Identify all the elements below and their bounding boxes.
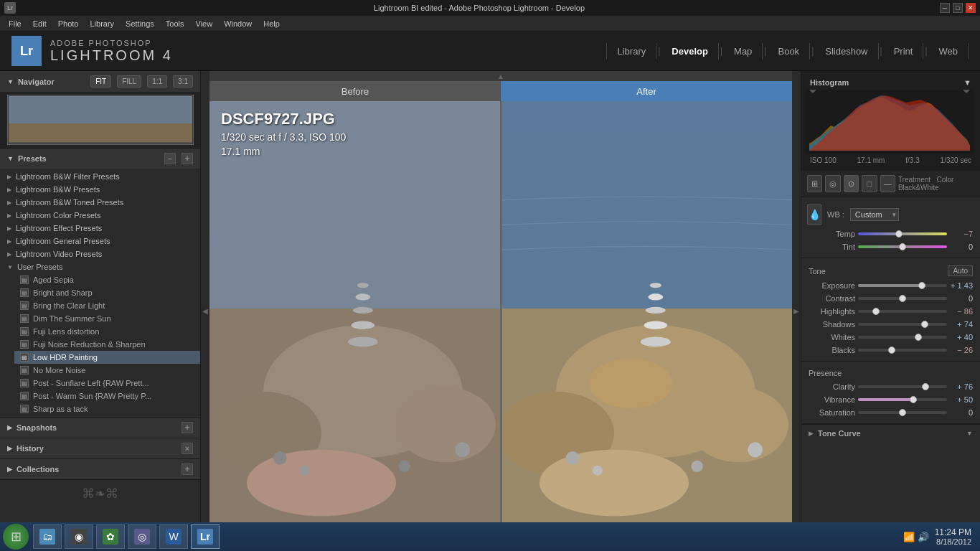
- taskbar-explorer[interactable]: 🗂: [33, 524, 62, 549]
- saturation-label: Saturation: [809, 408, 855, 417]
- tool-redeye[interactable]: ⊙: [844, 175, 859, 192]
- preset-group-user-header[interactable]: ▼ User Presets: [0, 260, 200, 273]
- tool-crop[interactable]: ⊞: [807, 175, 822, 192]
- presets-header[interactable]: ▼ Presets − +: [0, 149, 200, 169]
- tint-value: 0: [950, 242, 973, 251]
- exposure-fill: [858, 284, 922, 287]
- nav-print[interactable]: Print: [884, 43, 924, 60]
- left-collapse-arrow[interactable]: ◀: [201, 71, 209, 551]
- nav-library[interactable]: Library: [606, 43, 656, 60]
- tint-slider[interactable]: [858, 245, 947, 248]
- svg-point-37: [748, 442, 763, 457]
- whites-slider[interactable]: [858, 336, 947, 339]
- menu-photo[interactable]: Photo: [52, 18, 85, 29]
- presence-section: Presence Clarity + 76 Vibrance: [801, 362, 980, 424]
- eyedropper-tool[interactable]: 💧: [807, 204, 821, 225]
- preset-low-hdr[interactable]: ▤ Low HDR Painting: [14, 351, 200, 364]
- menu-window[interactable]: Window: [218, 18, 258, 29]
- contrast-slider[interactable]: [858, 297, 947, 300]
- wb-select[interactable]: Custom Auto Daylight Cloudy: [850, 208, 899, 221]
- blacks-slider[interactable]: [858, 349, 947, 352]
- history-header[interactable]: ▶ History ×: [0, 438, 200, 458]
- tone-auto-btn[interactable]: Auto: [948, 265, 973, 276]
- preset-group-effect-label: Lightroom Effect Presets: [16, 224, 102, 232]
- taskbar-word[interactable]: W: [159, 524, 188, 549]
- preset-group-general-header[interactable]: ▶ Lightroom General Presets: [0, 235, 200, 248]
- menu-edit[interactable]: Edit: [27, 18, 52, 29]
- vibrance-slider[interactable]: [858, 398, 947, 401]
- nav-map[interactable]: Map: [724, 43, 763, 60]
- presets-add-btn[interactable]: +: [182, 153, 193, 164]
- preset-fuji-lens[interactable]: ▤ Fuji Lens distortion: [14, 325, 200, 338]
- snapshots-header[interactable]: ▶ Snapshots +: [0, 418, 200, 438]
- preset-group-effect-header[interactable]: ▶ Lightroom Effect Presets: [0, 222, 200, 235]
- tone-label: Tone: [809, 267, 826, 276]
- photo-filename: DSCF9727.JPG: [221, 110, 346, 128]
- preset-group-bwfilter-header[interactable]: ▶ Lightroom B&W Filter Presets: [0, 170, 200, 183]
- taskbar-app4[interactable]: ◎: [128, 524, 156, 549]
- start-button[interactable]: ⊞: [3, 524, 29, 550]
- preset-fuji-noise[interactable]: ▤ Fuji Noise Reduction & Sharpen: [14, 338, 200, 351]
- menu-settings[interactable]: Settings: [120, 18, 160, 29]
- svg-point-19: [399, 461, 410, 472]
- nav-1to1-btn[interactable]: 1:1: [147, 75, 167, 88]
- nav-slideshow[interactable]: Slideshow: [815, 43, 878, 60]
- collections-header[interactable]: ▶ Collections +: [0, 459, 200, 479]
- nav-3to1-btn[interactable]: 3:1: [173, 75, 193, 88]
- temp-thumb: [895, 230, 903, 237]
- preset-group-bw-header[interactable]: ▶ Lightroom B&W Presets: [0, 183, 200, 196]
- tool-brush[interactable]: —: [880, 175, 895, 192]
- clarity-slider[interactable]: [858, 385, 947, 388]
- preset-no-noise[interactable]: ▤ No More Noise: [14, 364, 200, 377]
- vibrance-fill: [858, 398, 913, 401]
- minimize-button[interactable]: ─: [940, 3, 950, 13]
- taskbar-lightroom[interactable]: Lr: [191, 524, 220, 549]
- tool-grad[interactable]: □: [862, 175, 877, 192]
- tool-spot[interactable]: ◎: [825, 175, 840, 192]
- exposure-slider[interactable]: [858, 284, 947, 287]
- highlights-slider[interactable]: [858, 310, 947, 313]
- preset-aged-sepia[interactable]: ▤ Aged Sepia: [14, 273, 200, 286]
- nav-develop[interactable]: Develop: [661, 43, 719, 60]
- menu-help[interactable]: Help: [258, 18, 286, 29]
- preset-group-color: ▶ Lightroom Color Presets: [0, 209, 200, 222]
- maximize-button[interactable]: □: [953, 3, 963, 13]
- preset-post-warm[interactable]: ▤ Post - Warm Sun {RAW Pretty P...: [14, 390, 200, 402]
- collections-add-btn[interactable]: +: [182, 463, 193, 475]
- svg-rect-22: [502, 101, 793, 334]
- shadows-value: + 74: [950, 320, 973, 329]
- snapshots-add-btn[interactable]: +: [182, 422, 193, 433]
- nav-book[interactable]: Book: [768, 43, 810, 60]
- menu-view[interactable]: View: [190, 18, 219, 29]
- taskbar-app3[interactable]: ✿: [96, 524, 125, 549]
- tone-curve-header[interactable]: ▶ Tone Curve ▼: [801, 424, 980, 442]
- saturation-slider[interactable]: [858, 411, 947, 414]
- nav-fit-btn[interactable]: FIT: [90, 75, 111, 88]
- preset-dim-sun[interactable]: ▤ Dim The Summer Sun: [14, 312, 200, 325]
- menu-file[interactable]: File: [3, 18, 27, 29]
- nav-web[interactable]: Web: [929, 43, 969, 60]
- menu-tools[interactable]: Tools: [160, 18, 190, 29]
- temp-slider[interactable]: [858, 232, 947, 235]
- preset-group-color-header[interactable]: ▶ Lightroom Color Presets: [0, 209, 200, 222]
- presets-collapse-btn[interactable]: −: [164, 153, 176, 164]
- close-button[interactable]: ✕: [966, 3, 976, 13]
- preset-group-video-header[interactable]: ▶ Lightroom Video Presets: [0, 248, 200, 260]
- right-collapse-arrow[interactable]: ▶: [792, 71, 801, 551]
- navigator-header[interactable]: ▼ Navigator FIT FILL 1:1 3:1: [0, 71, 200, 92]
- preset-post-sunflare[interactable]: ▤ Post - Sunflare Left {RAW Prett...: [14, 377, 200, 390]
- preset-post-sunflare-icon: ▤: [20, 379, 29, 387]
- taskbar-chrome[interactable]: ◉: [65, 524, 93, 549]
- preset-clear-light[interactable]: ▤ Bring the Clear Light: [14, 299, 200, 312]
- preset-bright-sharp[interactable]: ▤ Bright and Sharp: [14, 286, 200, 299]
- nav-fill-btn[interactable]: FILL: [117, 75, 141, 88]
- clarity-value: + 76: [950, 382, 973, 391]
- highlights-thumb: [872, 308, 880, 315]
- preset-sharp-tack[interactable]: ▤ Sharp as a tack: [14, 402, 200, 415]
- shadows-slider[interactable]: [858, 323, 947, 326]
- menu-library[interactable]: Library: [84, 18, 120, 29]
- preset-group-bwtoned-header[interactable]: ▶ Lightroom B&W Toned Presets: [0, 196, 200, 209]
- before-photo-pane: DSCF9727.JPG 1/320 sec at f / 3.3, ISO 1…: [209, 101, 500, 541]
- history-close-btn[interactable]: ×: [182, 443, 193, 454]
- top-collapse-arrow[interactable]: ▲: [497, 72, 504, 80]
